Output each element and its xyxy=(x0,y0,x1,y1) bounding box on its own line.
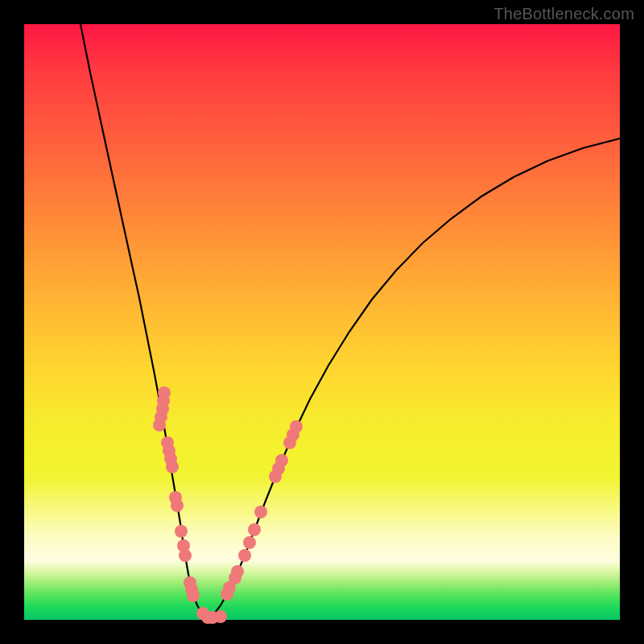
curve-svg xyxy=(24,24,620,620)
data-dot xyxy=(171,499,184,512)
data-dot xyxy=(243,536,256,549)
data-dot xyxy=(231,565,244,578)
data-dot xyxy=(179,549,192,562)
watermark-text: TheBottleneck.com xyxy=(493,5,634,23)
plot-area xyxy=(24,24,620,620)
data-dot xyxy=(275,454,288,467)
data-dot xyxy=(290,420,303,433)
left-curve xyxy=(80,24,208,618)
data-dot xyxy=(238,549,251,562)
right-curve xyxy=(208,138,620,618)
data-dot xyxy=(158,386,171,399)
data-dot xyxy=(254,506,267,518)
data-dot xyxy=(175,525,188,538)
data-dot xyxy=(248,523,261,536)
data-dots xyxy=(153,386,303,624)
data-dot xyxy=(187,589,200,602)
chart-frame: TheBottleneck.com xyxy=(0,0,644,644)
data-dot xyxy=(166,460,179,473)
data-dot xyxy=(214,610,227,623)
